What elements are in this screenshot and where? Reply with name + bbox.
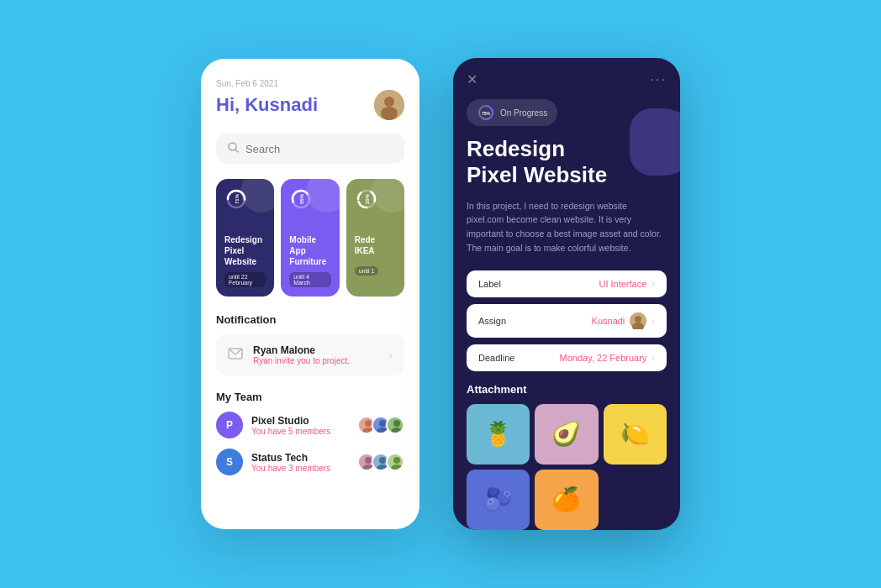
more-button[interactable]: ··· (651, 72, 667, 87)
attachment-thumb-3[interactable]: 🍋 (604, 404, 667, 465)
svg-point-16 (365, 420, 372, 427)
team-info-1: Pixel Studio You have 5 members (251, 415, 353, 436)
label-key: Label (478, 279, 501, 289)
card-title-2: Mobile AppFurniture (289, 234, 330, 267)
team-avatar (386, 453, 404, 471)
notification-section-title: Notification (216, 313, 404, 326)
team-icon-p: P (216, 412, 243, 438)
close-button[interactable]: ✕ (467, 71, 477, 87)
info-row-deadline[interactable]: Deadline Monday, 22 February › (467, 344, 667, 371)
project-card-1[interactable]: 71% RedesignPixel Website until 22 Febru… (216, 179, 274, 297)
project-card-2[interactable]: 55% Mobile AppFurniture until 4 March (281, 179, 339, 297)
svg-point-2 (381, 107, 398, 120)
search-bar[interactable] (216, 134, 404, 164)
card-title-3: RedeIKEA (355, 234, 396, 256)
project-description: In this project, I need to redesign webs… (467, 199, 667, 255)
chevron-icon: › (652, 279, 655, 289)
label-value-text: UI Interface (599, 279, 646, 289)
attachment-grid: 🍍 🥑 🍋 🫐 🍊 (467, 404, 667, 530)
svg-point-19 (379, 420, 386, 427)
avatar (374, 90, 404, 120)
attachment-thumb-5[interactable]: 🍊 (535, 470, 598, 530)
info-row-assign[interactable]: Assign Kusnadi › (467, 304, 667, 338)
card-date-2: until 4 March (289, 272, 330, 287)
team-info-2: Status Tech You have 3 members (251, 452, 353, 473)
team-avatars-2 (361, 453, 404, 471)
team-name-1: Pixel Studio (251, 415, 353, 427)
svg-point-37 (635, 316, 641, 323)
chevron-icon: › (652, 353, 655, 363)
mail-icon (228, 348, 243, 363)
team-members-1: You have 5 members (251, 427, 353, 436)
svg-point-25 (365, 457, 372, 464)
progress-label: On Progress (500, 108, 547, 118)
label-value: UI Interface › (599, 279, 655, 289)
card-date-1: until 22 February (224, 272, 266, 287)
attachment-thumb-2[interactable]: 🥑 (535, 404, 598, 465)
assign-avatar (630, 312, 646, 329)
team-name-2: Status Tech (251, 452, 353, 464)
info-row-label[interactable]: Label UI Interface › (467, 270, 667, 297)
project-heading: RedesignPixel Website (467, 136, 667, 188)
chevron-icon: › (652, 316, 655, 326)
svg-text:75%: 75% (482, 111, 491, 116)
team-avatar (386, 416, 404, 434)
chevron-right-icon: › (389, 349, 393, 361)
svg-line-4 (235, 150, 238, 152)
team-members-2: You have 3 members (251, 464, 353, 473)
search-icon (228, 142, 239, 155)
notification-card[interactable]: Ryan Malone Ryan invite you to project. … (216, 334, 404, 375)
attachment-title: Attachment (467, 383, 667, 396)
card-date-3: until 1 (355, 266, 379, 276)
svg-text:20%: 20% (365, 193, 370, 204)
deadline-key: Deadline (478, 353, 514, 363)
team-section-title: My Team (216, 391, 404, 403)
progress-pill: 75% On Progress (467, 99, 557, 126)
greeting-text: Hi, Kusnadi (216, 94, 318, 116)
card-title-1: RedesignPixel Website (224, 234, 266, 267)
notif-name: Ryan Malone (253, 344, 379, 356)
right-header: ✕ ··· (467, 71, 667, 87)
left-phone: Sun, Feb 6 2021 Hi, Kusnadi (201, 59, 419, 529)
greeting-row: Hi, Kusnadi (216, 90, 404, 120)
attachment-thumb-1[interactable]: 🍍 (467, 404, 530, 465)
svg-text:71%: 71% (235, 193, 240, 204)
attachment-section: Attachment 🍍 🥑 🍋 🫐 🍊 (467, 383, 667, 530)
assign-value: Kusnadi › (592, 312, 655, 329)
search-input[interactable] (245, 143, 393, 155)
svg-point-22 (393, 420, 400, 427)
assign-value-text: Kusnadi (592, 316, 625, 326)
right-content: ✕ ··· 75% On Progress RedesignPixel Webs… (467, 71, 667, 530)
assign-key: Assign (478, 316, 506, 326)
svg-point-31 (393, 457, 400, 464)
team-item-1[interactable]: P Pixel Studio You have 5 members (216, 412, 404, 438)
attachment-thumb-4[interactable]: 🫐 (467, 470, 530, 530)
deadline-value: Monday, 22 February › (560, 353, 655, 363)
project-card-3[interactable]: 20% RedeIKEA until 1 (346, 179, 404, 297)
svg-text:55%: 55% (299, 193, 304, 204)
team-item-2[interactable]: S Status Tech You have 3 members (216, 449, 404, 475)
date-label: Sun, Feb 6 2021 (216, 79, 404, 88)
notification-content: Ryan Malone Ryan invite you to project. (253, 344, 379, 365)
svg-point-28 (379, 457, 386, 464)
team-avatars-1 (361, 416, 404, 434)
project-cards: 71% RedesignPixel Website until 22 Febru… (216, 179, 404, 297)
notif-text: Ryan invite you to project. (253, 356, 379, 365)
deadline-value-text: Monday, 22 February (560, 353, 647, 363)
svg-point-1 (384, 97, 394, 107)
right-phone: ✕ ··· 75% On Progress RedesignPixel Webs… (453, 58, 680, 530)
team-icon-s: S (216, 449, 243, 475)
